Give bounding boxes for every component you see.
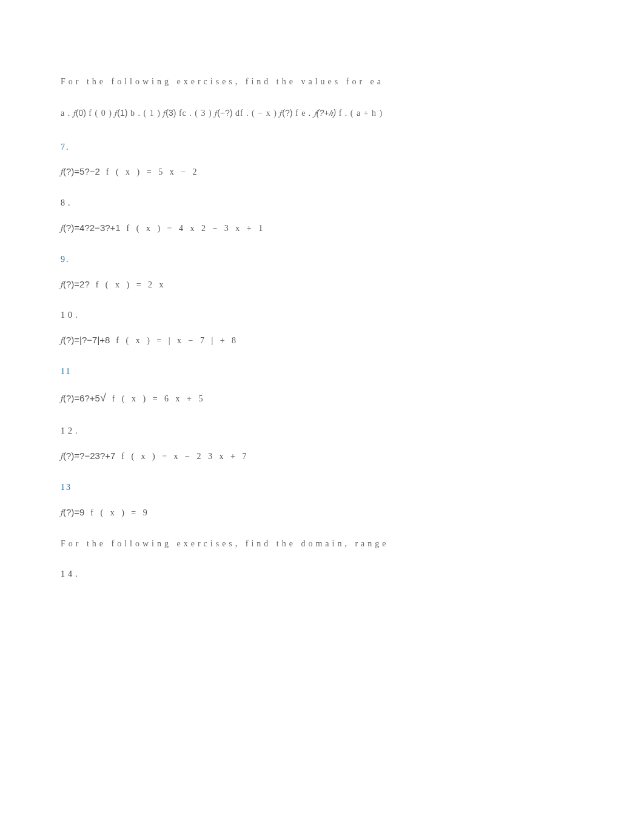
sqrt-icon: √ xyxy=(100,392,106,404)
part-e-label: f e . xyxy=(295,109,311,118)
exercise-7-compact: 𝑓(?)=5?−2 xyxy=(61,166,100,176)
exercise-10-plain: f ( x ) = | x − 7 | + 8 xyxy=(116,336,238,345)
exercise-14-number: 14. xyxy=(61,565,583,584)
exercise-10-number: 10. xyxy=(61,306,583,325)
part-a-plain: f ( 0 ) xyxy=(89,109,112,118)
exercise-8-number: 8. xyxy=(61,194,583,213)
part-b-label: b . xyxy=(130,109,141,118)
exercise-7-formula: 𝑓(?)=5?−2 f ( x ) = 5 x − 2 xyxy=(61,161,583,182)
exercise-13-formula: 𝑓(?)=9 f ( x ) = 9 xyxy=(61,502,583,523)
exercise-13-number[interactable]: 13 xyxy=(61,478,583,497)
part-f-expr: 𝑓(?+ℎ) xyxy=(314,108,336,118)
part-b-plain: ( 1 ) xyxy=(143,109,160,118)
part-c-plain: ( 3 ) xyxy=(195,109,212,118)
part-d-expr: 𝑓(−?) xyxy=(215,108,232,118)
exercise-13-plain: f ( x ) = 9 xyxy=(90,508,149,517)
exercise-8-compact: 𝑓(?)=4?2−3?+1 xyxy=(61,223,121,233)
exercise-8-formula: 𝑓(?)=4?2−3?+1 f ( x ) = 4 x 2 − 3 x + 1 xyxy=(61,218,583,238)
exercise-intro: For the following exercises, find the va… xyxy=(61,73,583,92)
exercise-9-number[interactable]: 9. xyxy=(61,250,583,269)
exercise-11-formula: 𝑓(?)=6?+5 √ f ( x ) = 6 x + 5 xyxy=(61,386,583,411)
exercise-8-plain: f ( x ) = 4 x 2 − 3 x + 1 xyxy=(127,224,266,233)
part-a-expr: 𝑓(0) xyxy=(73,108,86,118)
exercise-7-plain: f ( x ) = 5 x − 2 xyxy=(106,167,200,176)
part-f-plain: ( a + h ) xyxy=(351,109,383,118)
exercise-12-formula: 𝑓(?)=?−23?+7 f ( x ) = x − 2 3 x + 7 xyxy=(61,446,583,466)
part-c-label: fc . xyxy=(179,109,192,118)
exercise-10-formula: 𝑓(?)=|?−7|+8 f ( x ) = | x − 7 | + 8 xyxy=(61,330,583,350)
exercise-9-formula: 𝑓(?)=2? f ( x ) = 2 x xyxy=(61,274,583,295)
exercise-12-plain: f ( x ) = x − 2 3 x + 7 xyxy=(121,452,249,461)
exercise-7-number[interactable]: 7. xyxy=(61,138,583,157)
parts-list: a . 𝑓(0) f ( 0 ) 𝑓(1) b . ( 1 ) 𝑓(3) fc … xyxy=(61,104,583,123)
part-e-expr: 𝑓(?) xyxy=(280,108,292,118)
part-a-label: a . xyxy=(61,109,70,118)
exercise-11-number[interactable]: 11 xyxy=(61,363,583,381)
exercise-12-compact: 𝑓(?)=?−23?+7 xyxy=(61,451,115,461)
exercise-11-plain: f ( x ) = 6 x + 5 xyxy=(112,394,206,403)
part-d-plain: ( − x ) xyxy=(252,109,277,118)
exercise-9-plain: f ( x ) = 2 x xyxy=(96,280,166,289)
exercise-9-compact: 𝑓(?)=2? xyxy=(61,279,90,289)
part-d-label: df . xyxy=(235,109,249,118)
exercise-12-number: 12. xyxy=(61,422,583,441)
exercise-11-compact-pre: 𝑓(?)=6?+5 xyxy=(61,393,100,403)
exercise-10-compact: 𝑓(?)=|?−7|+8 xyxy=(61,335,110,345)
part-f-label: f . xyxy=(339,109,348,118)
exercise-13-compact: 𝑓(?)=9 xyxy=(61,507,84,517)
exercise-intro-2: For the following exercises, find the do… xyxy=(61,535,583,554)
part-c-expr: 𝑓(3) xyxy=(163,108,176,118)
part-b-expr: 𝑓(1) xyxy=(115,108,127,118)
